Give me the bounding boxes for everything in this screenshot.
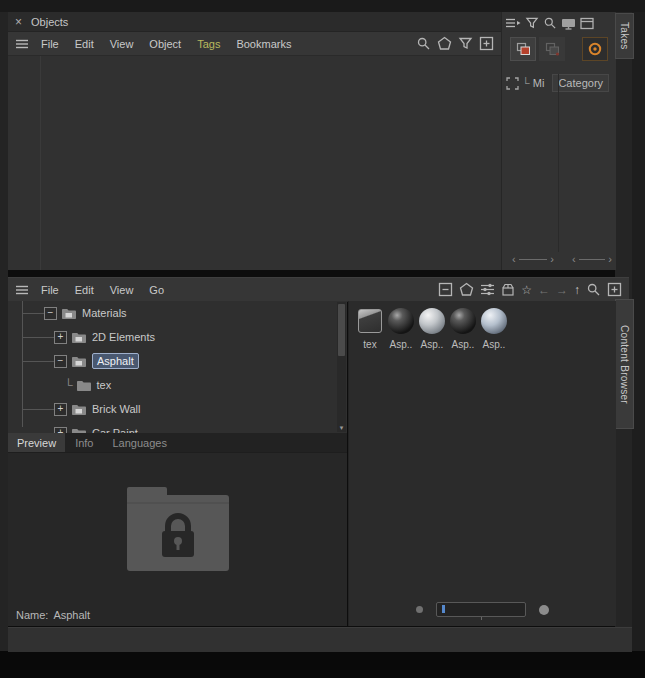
tree-label-brick-wall[interactable]: Brick Wall: [92, 403, 140, 415]
tree-label-asphalt-selected[interactable]: Asphalt: [92, 353, 139, 369]
objects-titlebar: × Objects: [8, 12, 501, 32]
settings-sliders-icon[interactable]: [480, 283, 495, 296]
zoom-in-dot-icon[interactable]: [539, 605, 549, 615]
search-icon[interactable]: [543, 16, 557, 30]
display-icon[interactable]: [561, 17, 576, 30]
take-disabled-icon[interactable]: [539, 37, 565, 61]
tree-row-car-paint[interactable]: + Car Paint: [8, 421, 347, 433]
favorites-icon[interactable]: ☆: [521, 284, 532, 296]
tree-row-brick-wall[interactable]: + Brick Wall: [8, 397, 347, 421]
thumbnail-asphalt-3[interactable]: Asp..: [448, 308, 478, 350]
close-icon[interactable]: ×: [15, 15, 22, 29]
tab-info[interactable]: Info: [66, 433, 102, 452]
scroll-right-icon[interactable]: ›: [608, 254, 612, 265]
folder-icon: [71, 331, 87, 344]
scroll-left-icon[interactable]: ‹: [572, 254, 576, 265]
collapse-expander-icon[interactable]: −: [54, 355, 67, 368]
expand-all-icon[interactable]: [506, 77, 519, 90]
browser-menu-edit[interactable]: Edit: [67, 284, 102, 296]
thumbnail-label: Asp..: [452, 339, 475, 350]
window-top-edge: [0, 0, 645, 12]
tree-label-2d-elements[interactable]: 2D Elements: [92, 331, 155, 343]
tree-connector: [22, 313, 44, 314]
add-icon[interactable]: [607, 282, 622, 297]
tree-label-tex[interactable]: tex: [97, 379, 112, 391]
scrollbar-track[interactable]: [519, 259, 548, 260]
hamburger-menu-icon[interactable]: [15, 38, 29, 50]
takes-hscrollbar-right[interactable]: ‹ ›: [572, 254, 612, 265]
collapse-expander-icon[interactable]: −: [44, 307, 57, 320]
back-icon[interactable]: ←: [538, 284, 550, 296]
home-icon[interactable]: [437, 36, 452, 51]
scroll-right-icon[interactable]: ›: [550, 254, 554, 265]
home-icon[interactable]: [459, 282, 474, 297]
catalog-icon[interactable]: [501, 283, 515, 296]
locked-folder-icon: [119, 481, 237, 577]
takes-category-column[interactable]: Category: [552, 74, 609, 92]
objects-menu-edit[interactable]: Edit: [67, 38, 102, 50]
objects-menu-bookmarks[interactable]: Bookmarks: [228, 38, 299, 50]
objects-panel: × Objects File Edit View Object Tags Boo…: [8, 12, 501, 270]
hamburger-menu-icon[interactable]: [15, 284, 29, 296]
tree-row-tex[interactable]: └ tex: [8, 373, 347, 397]
objects-menu-tags[interactable]: Tags: [189, 38, 228, 50]
collapse-expander-icon[interactable]: +: [54, 403, 67, 416]
tree-scrollbar[interactable]: ▾: [337, 302, 346, 432]
tree-row-asphalt[interactable]: − Asphalt: [8, 349, 347, 373]
thumbnail-tex[interactable]: tex: [355, 308, 385, 350]
take-buttons-row: [510, 37, 608, 61]
objects-panel-title: Objects: [31, 16, 68, 28]
thumbnail-asphalt-4[interactable]: Asp..: [479, 308, 509, 350]
slider-center-tick: [481, 617, 482, 620]
thumbnail-asphalt-2[interactable]: Asp..: [417, 308, 447, 350]
filter-icon[interactable]: [458, 36, 473, 51]
scrollbar-track[interactable]: [579, 259, 606, 260]
thumbnail-size-slider[interactable]: [436, 602, 526, 617]
forward-icon[interactable]: →: [556, 284, 568, 296]
thumbnail-label: tex: [363, 339, 376, 350]
take-icon[interactable]: [510, 37, 536, 61]
auto-take-icon[interactable]: [582, 37, 608, 61]
zoom-out-dot-icon[interactable]: [416, 606, 423, 613]
search-icon[interactable]: [416, 36, 431, 51]
menu-arrow-icon[interactable]: [505, 17, 521, 29]
filter-icon[interactable]: [525, 16, 539, 30]
objects-list-area[interactable]: [8, 56, 501, 270]
tab-takes[interactable]: Takes: [615, 13, 634, 59]
add-icon[interactable]: [479, 36, 494, 51]
browser-menubar: File Edit View Go ☆ ← → ↑: [8, 277, 629, 302]
browser-menu-go[interactable]: Go: [141, 284, 172, 296]
thumbnail-asphalt-1[interactable]: Asp..: [386, 308, 416, 350]
search-icon[interactable]: [586, 282, 601, 297]
takes-main-column[interactable]: Mi: [533, 77, 545, 89]
objects-menu-view[interactable]: View: [102, 38, 142, 50]
takes-list-header: └ Mi Category: [506, 74, 614, 92]
tree-row-2d-elements[interactable]: + 2D Elements: [8, 325, 347, 349]
tab-content-browser[interactable]: Content Browser: [615, 299, 634, 429]
layout-icon[interactable]: [580, 17, 594, 30]
scroll-left-icon[interactable]: ‹: [512, 254, 516, 265]
collapse-icon[interactable]: [438, 282, 453, 297]
folder-icon: [61, 307, 77, 320]
browser-menu-view[interactable]: View: [102, 284, 142, 296]
tab-preview[interactable]: Preview: [8, 433, 65, 452]
tree-corner-icon: └: [522, 77, 530, 89]
scrollbar-thumb[interactable]: [338, 304, 345, 356]
takes-hscrollbar-left[interactable]: ‹ ›: [512, 254, 554, 265]
objects-menu-file[interactable]: File: [33, 38, 67, 50]
material-sphere-icon: [450, 308, 476, 334]
browser-menu-file[interactable]: File: [33, 284, 67, 296]
objects-menu-object[interactable]: Object: [141, 38, 189, 50]
up-icon[interactable]: ↑: [574, 284, 580, 296]
objects-column-divider: [40, 56, 41, 270]
tree-row-materials[interactable]: − Materials: [8, 301, 347, 325]
scroll-down-icon[interactable]: ▾: [337, 423, 346, 432]
collapse-expander-icon[interactable]: +: [54, 331, 67, 344]
thumbnail-label: Asp..: [390, 339, 413, 350]
tree-label-materials[interactable]: Materials: [82, 307, 127, 319]
name-value: Asphalt: [53, 609, 90, 621]
tab-languages[interactable]: Languages: [103, 433, 175, 452]
slider-thumb[interactable]: [442, 605, 445, 613]
thumbnails-panel[interactable]: tex Asp.. Asp.. Asp.. Asp..: [348, 301, 616, 626]
window-left-edge: [0, 12, 8, 651]
